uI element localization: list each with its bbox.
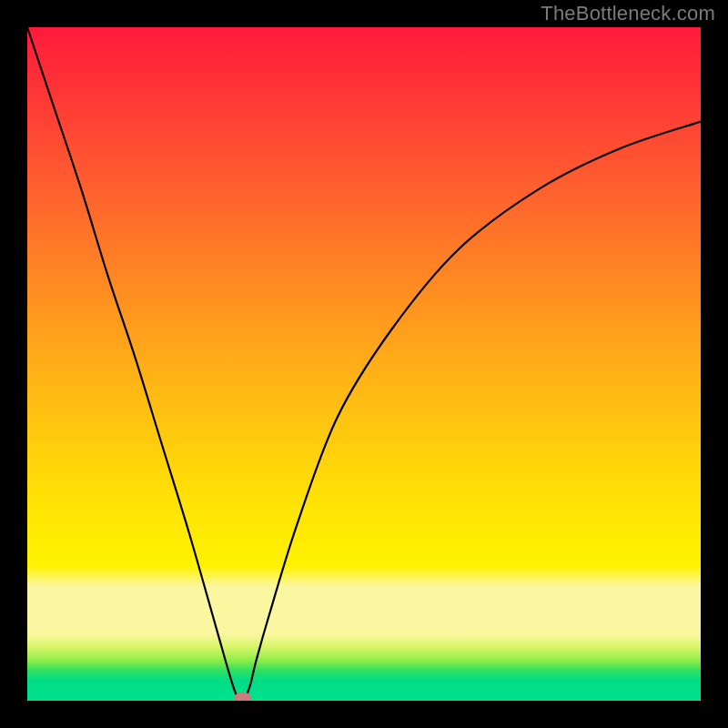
- plot-area: [27, 27, 701, 701]
- curve-svg: [27, 27, 701, 701]
- chart-container: TheBottleneck.com: [0, 0, 728, 728]
- watermark-text: TheBottleneck.com: [541, 2, 715, 25]
- minimum-marker: [235, 693, 251, 701]
- bottleneck-curve: [27, 27, 701, 701]
